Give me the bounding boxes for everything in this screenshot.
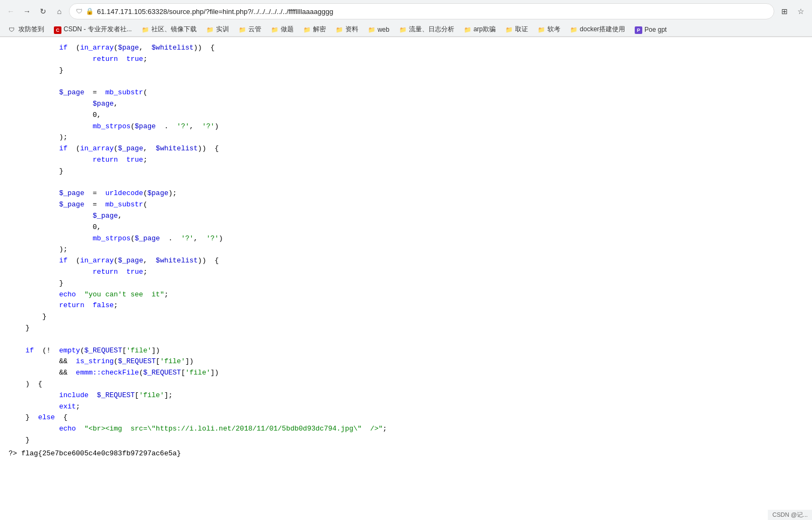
bookmark-label: Poe gpt xyxy=(644,26,667,33)
folder-icon xyxy=(303,26,311,33)
star-button[interactable]: ☆ xyxy=(794,4,808,18)
code-line: if (in_array($page, $whitelist)) { xyxy=(0,43,812,54)
code-text: } xyxy=(25,412,38,424)
bookmark-item-attack[interactable]: 攻防签到 xyxy=(4,24,48,35)
shield-icon: 🛡 xyxy=(76,8,82,15)
code-str: '?' xyxy=(181,233,193,245)
code-text: ( xyxy=(114,43,118,54)
bookmark-label: 资料 xyxy=(345,25,358,34)
folder-icon xyxy=(538,26,545,33)
code-var: $whitelist xyxy=(156,255,198,267)
code-line: && emmm::checkFile($_REQUEST['file']) xyxy=(0,368,812,379)
code-text: ( xyxy=(143,199,148,211)
code-text: false xyxy=(93,300,114,311)
code-text: ; xyxy=(76,401,80,413)
code-text: ]) xyxy=(151,345,160,357)
code-text: } xyxy=(25,323,30,334)
code-line: ); xyxy=(0,132,812,143)
code-line: if (in_array($_page, $whitelist)) { xyxy=(0,143,812,155)
code-text xyxy=(84,300,93,311)
code-line: ); xyxy=(0,244,812,255)
code-line: return true; xyxy=(0,155,812,166)
code-var: $_REQUEST xyxy=(97,390,135,401)
code-str: '?' xyxy=(206,233,219,245)
code-line: 0, xyxy=(0,110,812,121)
bookmarks-bar: 攻防签到 CSDN - 专业开发者社... 社区、镜像下载 实训 云管 做题 解… xyxy=(0,23,812,37)
code-text: ); xyxy=(59,244,68,255)
code-line: return false; xyxy=(0,300,812,311)
code-text: && xyxy=(59,368,76,379)
bookmark-label: 实训 xyxy=(216,25,229,34)
code-var: $_page xyxy=(118,255,143,267)
bookmark-item-quzheng[interactable]: 取证 xyxy=(501,24,532,35)
bookmark-item-jiemi[interactable]: 解密 xyxy=(299,24,330,35)
code-text: ( xyxy=(67,143,80,155)
nav-bar: ← → ↻ ⌂ 🛡 🔒 61.147.171.105:63328/source.… xyxy=(0,0,812,23)
address-domain: 61.147.171.105 xyxy=(97,8,145,16)
address-bar[interactable]: 🛡 🔒 61.147.171.105:63328/source.php/?fil… xyxy=(69,3,774,19)
code-line: echo "<br><img src=\"https://i.loli.net/… xyxy=(0,424,812,435)
home-button[interactable]: ⌂ xyxy=(53,5,66,18)
bookmark-item-arp[interactable]: arp欺骗 xyxy=(460,24,500,35)
code-text: . xyxy=(160,233,181,245)
code-var: $_page xyxy=(59,87,85,99)
bookmark-label: docker搭建使用 xyxy=(580,25,625,34)
nav-right-icons: ⊞ ☆ xyxy=(778,4,808,18)
folder-icon xyxy=(505,26,513,33)
code-func: mb_strpos xyxy=(93,233,130,245)
code-text: } xyxy=(59,278,64,289)
code-area: if (in_array($page, $whitelist)) { retur… xyxy=(0,37,812,514)
bookmark-label: 攻防签到 xyxy=(18,25,44,34)
bookmark-item-zuoti[interactable]: 做题 xyxy=(267,24,298,35)
code-line: mb_strpos($page . '?', '?') xyxy=(0,121,812,133)
code-text: , xyxy=(193,233,206,245)
code-text: ]; xyxy=(164,390,173,401)
address-text: 61.147.171.105:63328/source.php/?file=hi… xyxy=(97,8,767,16)
code-text: ]) xyxy=(211,368,219,379)
code-line: } xyxy=(0,311,812,323)
back-button[interactable]: ← xyxy=(4,5,17,18)
code-text: ; xyxy=(143,267,148,278)
bookmark-item-shixun[interactable]: 实训 xyxy=(202,24,233,35)
code-text: ( xyxy=(130,121,135,133)
code-text: ; xyxy=(114,300,118,311)
qr-button[interactable]: ⊞ xyxy=(778,4,792,18)
code-var: $_page xyxy=(59,188,85,199)
code-func: emmm::checkFile xyxy=(76,368,139,379)
code-text: 0, xyxy=(93,110,101,121)
code-line: } xyxy=(0,166,812,177)
bookmark-label: CSDN - 专业开发者社... xyxy=(64,25,132,34)
forward-button[interactable]: → xyxy=(20,5,33,18)
bookmark-item-csdn[interactable]: CSDN - 专业开发者社... xyxy=(50,24,136,35)
code-line: echo "you can't see it"; xyxy=(0,289,812,301)
code-text: 0, xyxy=(93,222,101,233)
bookmark-item-poe[interactable]: Poe gpt xyxy=(630,25,671,34)
folder-icon xyxy=(570,26,578,33)
reload-button[interactable]: ↻ xyxy=(37,5,50,18)
folder-icon xyxy=(464,26,471,33)
code-text xyxy=(76,289,85,301)
lock-icon: 🔒 xyxy=(86,8,94,15)
code-text: ; xyxy=(164,289,169,301)
code-text: ) { xyxy=(25,379,42,390)
folder-icon xyxy=(399,26,407,33)
code-var: $page xyxy=(135,121,156,133)
code-var: $page xyxy=(147,188,168,199)
keyword-return: return xyxy=(93,155,118,166)
keyword-if: if xyxy=(25,345,34,357)
code-var: $_page xyxy=(118,143,143,155)
code-text: , xyxy=(143,255,156,267)
bookmark-item-docker[interactable]: docker搭建使用 xyxy=(566,24,629,35)
bookmark-item-traffic[interactable]: 流量、日志分析 xyxy=(395,24,459,35)
bookmark-item-community[interactable]: 社区、镜像下载 xyxy=(137,24,201,35)
folder-icon xyxy=(142,26,149,33)
bookmark-item-ziliao[interactable]: 资料 xyxy=(331,24,363,35)
bookmark-item-cloud[interactable]: 云管 xyxy=(234,24,266,35)
code-line xyxy=(0,76,812,87)
bookmark-item-web[interactable]: web xyxy=(364,25,394,34)
bottom-bar: CSDN @记... xyxy=(768,510,812,514)
code-text: )) { xyxy=(198,143,219,155)
folder-icon xyxy=(336,26,343,33)
code-str: 'file' xyxy=(127,345,152,357)
bookmark-item-ruankao[interactable]: 软考 xyxy=(533,24,565,35)
